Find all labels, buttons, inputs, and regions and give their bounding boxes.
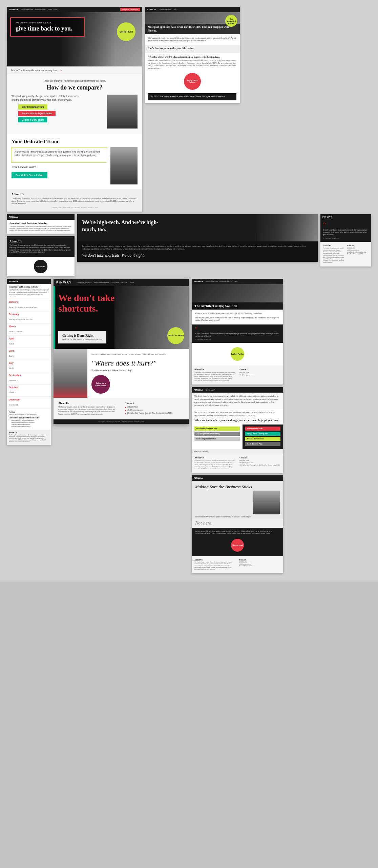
schedule-consultation-btn[interactable]: Schedule a Consultation [91,375,110,394]
mini-about-contact: About Us The Finway Group is a team of o… [323,244,369,263]
shortcuts-period: . [96,303,98,314]
compare-intro: There are plenty of retirement plan admi… [12,80,138,82]
cal-jul-date: July 31 [9,368,14,369]
making-logo: FINWAY [194,477,204,479]
plan-item-401k[interactable]: 401(k) Profit-Sharing Plan [245,432,280,436]
quote-mark-icon: " [323,222,369,228]
right-360-section: We offer a level of 3(6)0 plan administr… [145,53,240,103]
compare-buttons: Your Dedicated Team The Architect 401(k)… [12,104,104,122]
arch-logo: FINWAY [194,280,204,282]
plans-know-title: When we know where you stand to go, our … [194,419,280,422]
cal-apr: April April 30 [7,336,51,348]
360-body: We may offer supplemental support servic… [148,59,236,70]
explore-btn[interactable]: Explore Further [231,347,244,361]
nav-link-about[interactable]: About [54,9,58,11]
talk-expert-btn[interactable]: Talk to an Expert [167,327,184,344]
right-logo-1: FINWAY [147,8,157,11]
dedicated-quote-box: A phone call to Finway means an answer t… [12,147,107,163]
right-find-ways: Let's find ways to make your life easier… [145,45,240,53]
reminder-item-1: Initial participant disclosure statement [9,419,49,421]
plan-item-aw[interactable]: Age-Weighted Profit-Sharing [194,432,240,436]
cal-mar: March March 31 - deadline [7,323,51,336]
about-small-text: The Finway Group is a team of over 20 re… [12,197,138,205]
phone-icon: ● [125,406,126,409]
mini-contact-title: Contact [347,244,369,246]
compare-btn-2[interactable]: The Architect 401(k) Solution [18,111,56,116]
plan-item-dc[interactable]: Defined Contribution Plan [194,427,240,431]
footer-phone: ● (866) 993-4954 [125,406,184,409]
get-in-touch-btn[interactable]: Get in Touch [117,22,135,41]
bsp-nav-links: Financial Advisors Business Owners Busin… [77,281,134,283]
360-img-area: Architect 401(k) Solution [148,72,236,91]
copyright-small: Copyright © The Finway Group 2022 | All … [12,205,138,208]
get-started-area: Get Started [7,257,75,276]
cal-jun-date: June 30 [9,355,14,357]
plans-options-layout: Defined Contribution Plan Age-Weighted P… [192,425,283,449]
arch-nav-links: Financial Advisors Business Directors TP… [206,281,237,282]
bsp-nl-bd[interactable]: Business Directors [111,281,127,283]
arch-nl-fa[interactable]: Financial Advisors [206,281,218,282]
nav-link-fa[interactable]: Financial Advisors [21,9,33,11]
bsp-nl-bo[interactable]: Business Owners [94,281,109,283]
making-footer: About Us The Finway Group is a team of o… [192,556,283,573]
right-col-3: FINWAY Financial Advisors Business Direc… [192,279,283,573]
plan-item-ps[interactable]: Profit Sharing Plan [245,427,280,431]
cal-dec: December December 31 [7,397,51,409]
nav-logo: FINWAY [9,8,19,11]
hurt-person-img [54,349,87,398]
bsp-nl-tpa[interactable]: TPAs [130,281,134,283]
making-top: Making Sure the Business Sticks The reti… [192,481,283,518]
notice-section: Notice Required disclosure items for pla… [7,409,51,430]
cal-jan: January January 31 - deadline for applic… [7,299,51,311]
right-panel-1: FINWAY Financial Advisors TPAs Most plan… [145,7,240,103]
rnl-tpa[interactable]: TPAs [173,9,176,11]
bsp-nav: FINWAY Financial Advisors Business Owner… [54,279,189,286]
cal-dec-name: December [9,398,49,401]
360-title: We offer a level of 3(6)0 plan administr… [148,56,236,58]
give-call-btn[interactable]: Give us a call [231,539,244,552]
calendar-months-list: January January 31 - deadline for applic… [7,299,51,409]
rnl-fa[interactable]: Financial Advisors [159,9,171,11]
right-column: FINWAY Financial Advisors TPAs Most plan… [145,7,243,103]
mini-about-text: The Finway Group is a team of over 20 re… [323,248,344,263]
plan-item-nc[interactable]: New Comparability Plan [194,437,240,441]
nav-cta[interactable]: Request a Proposal [120,8,140,11]
arch-nl-bd[interactable]: Business Directors [219,281,232,282]
compare-btn-1[interactable]: Your Dedicated Team [18,104,47,110]
cal-jun: June June 30 [7,348,51,360]
plan-item-db[interactable]: Defined Benefit Plan [245,437,280,441]
architect-circle-btn[interactable]: Architect 401(k) Solution [184,73,201,90]
find-ways-title: Let's find ways to make your life easier… [148,47,236,50]
arch-nl-tpa[interactable]: TPAs [234,281,238,282]
arch-footer: About Us The Finway Group is a team of o… [192,365,283,384]
cal-feb: February February 28 - applicable forms … [7,311,51,323]
schedule-btn[interactable]: Schedule a Consultation [12,172,47,178]
arch-quote-block: " In brief, a tech-based business enviro… [192,324,283,343]
footer-about-col: About Us The Finway Group is a team of o… [58,402,118,415]
nav-link-bo[interactable]: Business Owners [35,9,46,11]
making-text: The retirement of America has a lot to b… [195,516,280,518]
calendar-nav: FINWAY [7,279,51,284]
cal-feb-date: February 28 - applicable forms due [9,319,33,320]
hurt-intro: We get it. Retirement plans come with a … [91,353,180,356]
bsp-hero: We don't takeshortcuts. Getting it Done … [54,286,189,349]
hurt-quote: "Where does it hurt?" [91,359,185,368]
plans-about-title: About Us [194,456,235,459]
get-started-btn[interactable]: Get Started [34,260,47,273]
get-acquainted-btn[interactable]: Get acquainted with Us [225,15,237,27]
hero-sub-bar: Talk to The Finway Group about saving ti… [7,66,142,74]
compare-title: How do we compare? [12,84,138,91]
plan-item-cb[interactable]: Cash Balance Plan [245,442,280,446]
compliance-logo: FINWAY [9,216,19,218]
bsp-nl-fa[interactable]: Financial Advisors [77,281,91,283]
compare-btn-3[interactable]: Getting It Done Right [18,117,47,122]
plans-nl[interactable]: How to apply? [206,389,215,391]
hurt-layout: We get it. Retirement plans come with a … [54,349,189,398]
cal-compliance-title: Compliance and Reporting Calendar [9,286,49,288]
right-nav-links-1: Financial Advisors TPAs [159,9,176,11]
teal-accent-bar [54,286,55,349]
compliance-body: Compliance and Reporting Calendar Throug… [7,220,75,234]
nav-links: Financial Advisors Business Owners TPAs … [21,9,58,11]
arch-about-col: About Us The Finway Group is a team of o… [194,368,235,382]
nav-link-tpa[interactable]: TPAs [48,9,52,11]
